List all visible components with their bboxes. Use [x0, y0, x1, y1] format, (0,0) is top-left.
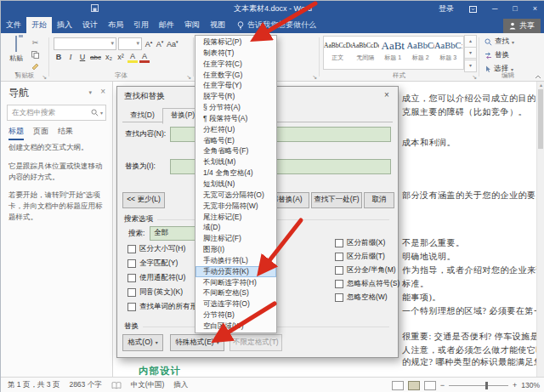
- style-chip[interactable]: AaBbC: 标题 3: [434, 37, 462, 69]
- ribbon-tab[interactable]: 设计: [77, 17, 103, 33]
- dialog-tab[interactable]: 查找(D): [122, 109, 162, 123]
- special-character-item[interactable]: 省略号(E): [196, 135, 276, 146]
- special-character-item[interactable]: 长划线(M): [196, 156, 276, 168]
- copy-icon[interactable]: [31, 51, 39, 59]
- font-tool-button[interactable]: Aa▾: [166, 37, 179, 50]
- dialog-close-icon[interactable]: ×: [380, 89, 394, 101]
- vertical-scrollbar[interactable]: ▴: [536, 81, 544, 378]
- special-character-item[interactable]: 不间断空格(S): [196, 287, 276, 298]
- collapse-ribbon-icon[interactable]: [535, 75, 541, 79]
- nav-pane-tab[interactable]: 页面: [33, 126, 48, 140]
- font-format-button[interactable]: abc: [89, 52, 102, 63]
- font-size-select[interactable]: ▾: [118, 37, 142, 50]
- checkbox[interactable]: [128, 245, 136, 253]
- special-character-item[interactable]: 域(D): [196, 222, 276, 233]
- special-character-item[interactable]: 手动分页符(K): [196, 266, 276, 277]
- special-character-item[interactable]: 任意数字(G): [196, 70, 276, 81]
- format-painter-icon[interactable]: [31, 63, 39, 71]
- styles-dialog-launcher-icon[interactable]: ↘: [472, 74, 477, 80]
- nav-pane-options-icon[interactable]: ▾: [88, 89, 92, 96]
- special-character-item[interactable]: 1/4 全角空格(4): [196, 168, 276, 179]
- cut-icon[interactable]: ✂: [32, 38, 39, 47]
- style-chip[interactable]: AaBbCcDd 无间隔: [352, 37, 380, 69]
- font-format-button[interactable]: A: [139, 52, 150, 63]
- special-character-item[interactable]: 全角省略号(F): [196, 145, 276, 156]
- styles-scroll-up-icon[interactable]: ▴: [464, 35, 477, 48]
- font-name-select[interactable]: ▾: [54, 37, 116, 50]
- special-character-item[interactable]: 分节符(B): [196, 310, 276, 321]
- checkbox-option[interactable]: 忽略空格(W): [335, 291, 400, 304]
- insert-mode-indicator[interactable]: 插入: [173, 380, 188, 390]
- language-indicator[interactable]: 中文(中国): [131, 380, 165, 390]
- checkbox-option[interactable]: 区分全/半角(M): [335, 264, 400, 277]
- ribbon-tab[interactable]: 引用: [128, 17, 154, 33]
- print-layout-icon[interactable]: [408, 381, 420, 390]
- checkbox[interactable]: [335, 293, 343, 302]
- special-character-item[interactable]: 任意字母(Y): [196, 80, 276, 91]
- paragraph-dialog-launcher-icon[interactable]: ↘: [312, 74, 317, 80]
- special-character-item[interactable]: 尾注标记(E): [196, 212, 276, 223]
- web-layout-icon[interactable]: [424, 381, 436, 390]
- proofing-icon[interactable]: [111, 382, 122, 389]
- page-indicator[interactable]: 第 1 页，共 3 页: [8, 380, 60, 390]
- font-format-button[interactable]: x₂: [104, 52, 114, 63]
- special-character-item[interactable]: § 分节符(A): [196, 102, 276, 113]
- special-character-item[interactable]: 制表符(T): [196, 48, 276, 59]
- style-chip[interactable]: AaBbCcDd 正文: [324, 37, 352, 69]
- font-format-button[interactable]: I: [65, 52, 76, 63]
- checkbox-option[interactable]: 区分前缀(X): [335, 236, 400, 250]
- less-button[interactable]: << 更少(L): [122, 192, 165, 208]
- special-format-button[interactable]: 特殊格式(E)▾: [170, 334, 224, 351]
- font-format-button[interactable]: U: [77, 52, 88, 63]
- checkbox-option[interactable]: 区分后缀(T): [335, 250, 400, 264]
- special-character-item[interactable]: 任意字符(C): [196, 59, 276, 70]
- special-character-item[interactable]: 段落标记(P): [196, 37, 276, 48]
- ribbon-tab[interactable]: 文件: [1, 17, 26, 33]
- special-character-item[interactable]: 空白区域(W): [196, 321, 276, 332]
- checkbox[interactable]: [335, 239, 343, 247]
- zoom-level[interactable]: 130%: [521, 381, 540, 389]
- special-character-item[interactable]: 短划线(N): [196, 179, 276, 190]
- checkbox-option[interactable]: 忽略标点符号(S): [335, 277, 400, 291]
- checkbox[interactable]: [335, 280, 343, 288]
- font-format-button[interactable]: B: [54, 52, 64, 63]
- special-character-item[interactable]: 脱字号(R): [196, 91, 276, 102]
- find-next-button[interactable]: 查找下一处(F): [311, 192, 362, 208]
- font-tool-button[interactable]: A▴: [144, 37, 154, 50]
- minimize-button[interactable]: ─: [484, 1, 505, 17]
- find-menu-button[interactable]: 查找 ▾: [484, 37, 514, 47]
- cancel-button[interactable]: 取消: [364, 192, 394, 208]
- special-character-item[interactable]: 手动换行符(L): [196, 255, 276, 266]
- ribbon-tab[interactable]: 视图: [205, 17, 230, 33]
- special-character-item[interactable]: 无宽可选分隔符(O): [196, 190, 276, 201]
- ribbon-tab[interactable]: 布局: [103, 17, 128, 33]
- special-character-item[interactable]: 图形(I): [196, 244, 276, 255]
- no-format-button[interactable]: 不限定格式(T): [230, 334, 282, 351]
- close-button[interactable]: ×: [525, 1, 544, 17]
- word-count[interactable]: 2863 个字: [69, 380, 101, 390]
- clipboard-dialog-launcher-icon[interactable]: ↘: [42, 74, 47, 80]
- signin-button[interactable]: 登录: [431, 1, 462, 17]
- font-format-button[interactable]: A: [128, 52, 138, 63]
- font-format-button[interactable]: x²: [116, 52, 126, 63]
- styles-scroll-down-icon[interactable]: ▾: [464, 47, 477, 60]
- checkbox[interactable]: [335, 253, 343, 261]
- special-character-item[interactable]: 可选连字符(O): [196, 298, 276, 310]
- checkbox[interactable]: [128, 274, 136, 282]
- nav-pane-tab[interactable]: 结果: [58, 126, 73, 140]
- font-tool-button[interactable]: A▾: [155, 37, 165, 50]
- special-character-item[interactable]: 不间断连字符(H): [196, 277, 276, 288]
- tell-me-box[interactable]: 告诉我您想要做什么: [237, 17, 316, 33]
- zoom-out-icon[interactable]: −: [440, 381, 445, 389]
- special-character-item[interactable]: ¶ 段落符号(A): [196, 113, 276, 124]
- checkbox[interactable]: [335, 266, 343, 275]
- search-options-dropdown-icon[interactable]: ▾: [100, 110, 103, 116]
- ribbon-tab[interactable]: 邮件: [154, 17, 179, 33]
- read-mode-icon[interactable]: [392, 381, 404, 390]
- ribbon-tab[interactable]: 插入: [52, 17, 77, 33]
- zoom-in-icon[interactable]: +: [513, 381, 517, 389]
- ribbon-tab[interactable]: 审阅: [179, 17, 205, 33]
- nav-pane-tab[interactable]: 标题: [8, 126, 24, 140]
- styles-more-icon[interactable]: ▾: [464, 58, 477, 72]
- zoom-slider[interactable]: [449, 385, 508, 386]
